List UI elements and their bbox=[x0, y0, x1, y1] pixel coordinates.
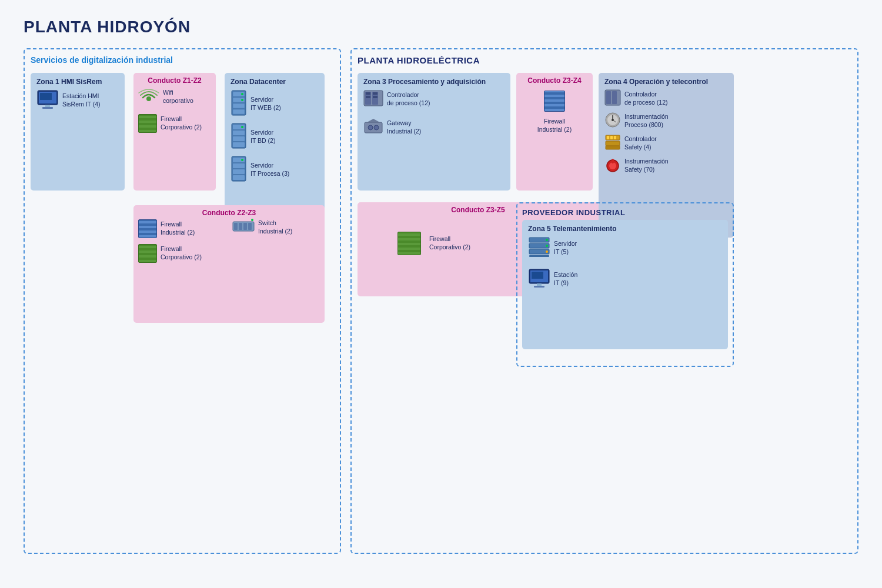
ctrl-safety-z4-icon bbox=[604, 134, 621, 153]
server-web-label: ServidorIT WEB (2) bbox=[250, 96, 281, 112]
svg-rect-28 bbox=[243, 223, 247, 230]
conducto-z2z3-title: Conducto Z2-Z3 bbox=[138, 209, 320, 217]
server-it-z5-icon bbox=[528, 236, 550, 260]
svg-rect-21 bbox=[233, 163, 245, 168]
svg-rect-53 bbox=[607, 136, 609, 139]
server-bd-device: ServidorIT BD (2) bbox=[230, 122, 319, 152]
svg-rect-62 bbox=[529, 255, 549, 257]
gateway-z3-label: GatewayIndustrial (2) bbox=[387, 119, 421, 135]
inst-proceso-z4-icon bbox=[604, 112, 621, 131]
svg-point-24 bbox=[241, 159, 243, 161]
fw-corp-z3z5-icon bbox=[397, 232, 421, 255]
svg-rect-44 bbox=[612, 91, 617, 104]
fw-ind-z2z3-label: FirewallIndustrial (2) bbox=[161, 220, 195, 236]
svg-rect-17 bbox=[233, 142, 245, 147]
svg-rect-51 bbox=[606, 141, 620, 146]
svg-rect-34 bbox=[366, 92, 370, 95]
fw-corp-z2z3-device: FirewallCorporativo (2) bbox=[138, 244, 320, 263]
page-title: PLANTA HIDROYÓN bbox=[24, 18, 858, 36]
box-proveedor: PROVEEDOR INDUSTRIAL Zona 5 Telemantenim… bbox=[516, 202, 734, 367]
wifi-device: Wificorporativo bbox=[138, 87, 211, 107]
server-procesa-label: ServidorIT Procesa (3) bbox=[250, 162, 289, 178]
svg-rect-16 bbox=[233, 136, 245, 141]
svg-rect-55 bbox=[614, 136, 616, 139]
svg-rect-2 bbox=[40, 93, 52, 100]
svg-rect-43 bbox=[606, 91, 611, 104]
monitor-icon bbox=[36, 89, 59, 112]
server-web-device: ServidorIT WEB (2) bbox=[230, 89, 319, 119]
ctrl-safety-z4-label: ControladorSafety (4) bbox=[624, 135, 657, 151]
inst-proceso-z4-label: InstrumentaciónProceso (800) bbox=[624, 113, 669, 129]
server-procesa-device: ServidorIT Procesa (3) bbox=[230, 155, 319, 185]
inst-proceso-z4-device: InstrumentaciónProceso (800) bbox=[604, 112, 728, 131]
svg-point-30 bbox=[251, 219, 253, 221]
zona1-device-label: Estación HMI SisRem IT (4) bbox=[62, 92, 119, 108]
svg-rect-15 bbox=[233, 131, 245, 135]
server-it-z5-label: ServidorIT (5) bbox=[554, 240, 577, 256]
wifi-label: Wificorporativo bbox=[163, 89, 193, 105]
svg-rect-54 bbox=[610, 136, 613, 139]
svg-marker-39 bbox=[367, 119, 380, 122]
inst-safety-z4-label: InstrumentaciónSafety (70) bbox=[624, 158, 669, 173]
conducto-z1z2-title: Conducto Z1-Z2 bbox=[138, 76, 211, 85]
zona5-box: Zona 5 Telemantenimiento bbox=[522, 220, 728, 349]
ctrl-safety-z4-device: ControladorSafety (4) bbox=[604, 134, 728, 153]
fw-corp-z2z3-icon bbox=[138, 244, 157, 263]
server-bd-label: ServidorIT BD (2) bbox=[250, 129, 275, 145]
diagram-area: Servicios de digitalización industrial Z… bbox=[24, 48, 858, 554]
estacion-it-z5-icon bbox=[528, 268, 550, 290]
ctrl-proceso-z4-device: Controladorde proceso (12) bbox=[604, 89, 728, 108]
box-servicios: Servicios de digitalización industrial Z… bbox=[24, 48, 341, 554]
svg-rect-10 bbox=[233, 109, 245, 114]
zona5-title: Zona 5 Telemantenimiento bbox=[528, 225, 722, 233]
proveedor-title: PROVEEDOR INDUSTRIAL bbox=[522, 208, 728, 217]
svg-point-41 bbox=[374, 125, 379, 130]
svg-rect-35 bbox=[366, 96, 370, 98]
planta-title: PLANTA HIDROELÉCTRICA bbox=[358, 55, 851, 65]
svg-rect-9 bbox=[233, 103, 245, 108]
zona1-box: Zona 1 HMI SisRem Estación HMI bbox=[31, 73, 125, 191]
svg-rect-27 bbox=[239, 223, 242, 230]
server-web-icon bbox=[230, 89, 247, 119]
svg-rect-68 bbox=[532, 272, 543, 279]
servicios-title: Servicios de digitalización industrial bbox=[31, 55, 334, 65]
estacion-it-z5-label: EstaciónIT (9) bbox=[554, 271, 577, 287]
zona-dc-title: Zona Datacenter bbox=[230, 78, 319, 86]
fw-corp-z2z3-label: FirewallCorporativo (2) bbox=[161, 245, 202, 261]
ctrl-proceso-z3-label: Controladorde proceso (12) bbox=[387, 91, 430, 107]
svg-point-5 bbox=[146, 96, 151, 101]
ctrl-proceso-z4-label: Controladorde proceso (12) bbox=[624, 91, 668, 106]
gateway-z3-device: GatewayIndustrial (2) bbox=[363, 118, 505, 138]
svg-rect-37 bbox=[373, 96, 377, 98]
zona1-title: Zona 1 HMI SisRem bbox=[36, 78, 119, 86]
wifi-icon bbox=[138, 87, 159, 107]
svg-rect-38 bbox=[365, 122, 382, 133]
switch-z2z3-icon bbox=[232, 218, 255, 237]
switch-z2z3-device: SwitchIndustrial (2) bbox=[232, 218, 320, 237]
svg-point-40 bbox=[368, 125, 373, 130]
svg-rect-29 bbox=[248, 223, 252, 230]
zona4-title: Zona 4 Operación y telecontrol bbox=[604, 78, 728, 86]
svg-point-18 bbox=[241, 126, 243, 128]
box-planta: PLANTA HIDROELÉCTRICA Zona 3 Procesamien… bbox=[350, 48, 858, 554]
svg-rect-70 bbox=[534, 286, 544, 288]
svg-rect-22 bbox=[233, 169, 245, 174]
svg-point-12 bbox=[241, 99, 243, 101]
ctrl-proceso-z3-device: Controladorde proceso (12) bbox=[363, 89, 505, 109]
conducto-z3z4-box: Conducto Z3-Z4 FirewallIndustrial (2) bbox=[516, 73, 593, 191]
conducto-z2z3-box: Conducto Z2-Z3 FirewallIndustrial (2) Fi… bbox=[133, 205, 325, 323]
server-bd-icon bbox=[230, 122, 247, 152]
svg-rect-3 bbox=[45, 105, 50, 107]
svg-point-64 bbox=[546, 245, 548, 247]
svg-rect-58 bbox=[612, 159, 614, 163]
conducto-z1z2-box: Conducto Z1-Z2 Wificorporativo bbox=[133, 73, 216, 191]
zona1-device: Estación HMI SisRem IT (4) bbox=[36, 89, 119, 112]
fw-ind-z3z4-label: FirewallIndustrial (2) bbox=[537, 118, 572, 133]
zona3-title: Zona 3 Procesamiento y adquisición bbox=[363, 78, 505, 86]
svg-rect-23 bbox=[233, 175, 245, 180]
svg-point-63 bbox=[546, 239, 548, 241]
gateway-z3-icon bbox=[363, 118, 383, 138]
inst-safety-z4-device: InstrumentaciónSafety (70) bbox=[604, 156, 728, 175]
main-page: { "title": "PLANTA HIDROYÓN", "left_box"… bbox=[0, 0, 882, 588]
fw-ind-z3z4-device: FirewallIndustrial (2) bbox=[521, 91, 588, 133]
